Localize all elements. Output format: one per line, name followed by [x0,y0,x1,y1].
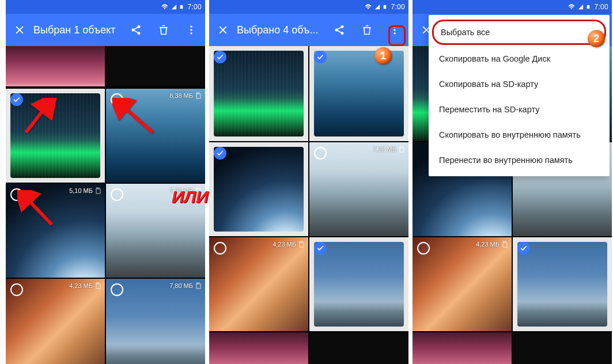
svg-point-11 [393,32,395,34]
more-button[interactable] [177,14,205,46]
svg-point-4 [190,29,192,31]
selection-checkbox[interactable] [214,147,226,160]
menu-item-move-sd[interactable]: Переместить на SD-карту [429,97,610,122]
sd-card-icon [94,282,101,289]
signal-icon [171,3,177,10]
delete-button[interactable] [353,14,381,46]
svg-point-6 [341,25,344,28]
file-size-badge: 4,23 МБ [273,241,305,248]
selection-checkbox[interactable] [314,147,327,160]
selection-checkbox[interactable] [417,242,430,255]
svg-point-8 [341,32,344,35]
selection-checkbox[interactable] [111,188,123,201]
status-time: 7:00 [594,3,608,11]
status-time: 7:00 [187,3,202,11]
grid-cell[interactable]: 4,23 МБ [209,236,308,331]
svg-point-0 [138,25,141,28]
sd-card-icon [195,282,202,289]
grid-cell[interactable] [308,236,408,331]
grid-cell[interactable] [209,46,308,141]
status-bar: 7:00 [209,0,408,14]
close-button[interactable] [6,14,33,46]
wifi-icon [364,3,372,10]
selection-checkbox[interactable] [314,242,327,255]
svg-point-3 [190,26,192,28]
sd-card-icon [298,241,305,248]
share-button[interactable] [326,14,353,46]
signal-icon [374,3,380,10]
battery-icon [586,3,591,11]
phone-screen-3: 7:00 4,23 МБ В [413,0,612,364]
sd-card-icon [94,187,101,194]
svg-point-10 [393,29,395,31]
file-size-badge: 5,10 МБ [69,187,101,194]
share-button[interactable] [122,14,150,46]
selection-checkbox[interactable] [517,242,530,255]
selection-checkbox[interactable] [111,93,123,106]
wifi-icon [567,3,576,10]
selection-checkbox[interactable] [111,283,123,296]
battery-icon [383,3,387,11]
file-size-badge: 4,23 МБ [476,241,508,248]
svg-point-7 [335,29,338,32]
svg-point-1 [132,29,135,32]
battery-icon [179,3,184,11]
sd-card-icon [398,146,405,153]
svg-point-9 [393,26,395,28]
toolbar-title: Выбрано 4 объ... [237,24,326,36]
selection-checkbox[interactable] [314,51,327,63]
grid-cell[interactable]: 8,38 МБ [105,88,205,183]
selection-checkbox[interactable] [214,51,226,63]
file-size-badge: 7,80 МБ [169,282,202,289]
grid-cell[interactable] [413,331,512,364]
annotation-step-1: 1 [374,47,392,65]
annotation-or-label: ИЛИ [172,187,209,207]
image-grid: 7,22 МБ 4,23 МБ [209,46,408,364]
file-size-badge: 7,22 МБ [373,146,405,153]
menu-item-select-all[interactable]: Выбрать все [432,20,606,45]
grid-cell[interactable] [209,141,308,236]
file-size-badge: 8,38 МБ [169,92,202,99]
menu-item-copy-internal[interactable]: Скопировать во внутреннюю память [429,122,610,147]
grid-cell[interactable] [512,331,612,364]
grid-cell[interactable]: 4,23 МБ [413,236,512,331]
phone-screen-1: 7:00 Выбран 1 объект 8,38 МБ [6,0,205,364]
status-time: 7:00 [391,3,405,11]
selection-checkbox[interactable] [10,93,23,106]
grid-cell[interactable]: 5,10 МБ [6,183,105,278]
file-size-badge: 4,23 МБ [69,282,101,289]
sd-card-icon [501,241,508,248]
menu-item-copy-drive[interactable]: Скопировать на Google Диск [429,46,610,71]
grid-cell[interactable]: 7,22 МБ [308,141,408,236]
overflow-menu: Выбрать все Скопировать на Google Диск С… [429,15,610,176]
grid-cell[interactable] [6,46,105,88]
status-bar: 7:00 [6,0,205,14]
grid-cell[interactable] [308,331,408,364]
selection-toolbar: Выбран 1 объект [6,14,205,46]
grid-cell[interactable] [209,331,308,364]
status-bar: 7:00 [413,0,612,14]
grid-cell[interactable] [6,88,105,183]
sd-card-icon [195,92,202,99]
selection-checkbox[interactable] [10,283,23,296]
selection-checkbox[interactable] [214,242,226,255]
more-button[interactable] [381,14,408,46]
grid-cell[interactable] [308,46,408,141]
grid-cell[interactable]: 7,80 МБ [105,278,205,364]
svg-point-2 [138,32,141,35]
grid-cell[interactable]: 4,23 МБ [6,278,105,364]
grid-cell[interactable] [105,46,205,88]
grid-cell[interactable] [512,236,612,331]
close-button[interactable] [209,14,237,46]
menu-item-move-internal[interactable]: Перенести во внутреннюю память [429,147,610,173]
annotation-step-2: 2 [588,30,605,47]
delete-button[interactable] [150,14,177,46]
menu-item-copy-sd[interactable]: Скопировать на SD-карту [429,71,610,97]
wifi-icon [161,3,169,10]
toolbar-title: Выбран 1 объект [33,24,122,36]
selection-checkbox[interactable] [10,188,23,201]
signal-icon [578,3,584,10]
selection-toolbar: Выбрано 4 объ... [209,14,408,46]
svg-point-5 [190,32,192,34]
